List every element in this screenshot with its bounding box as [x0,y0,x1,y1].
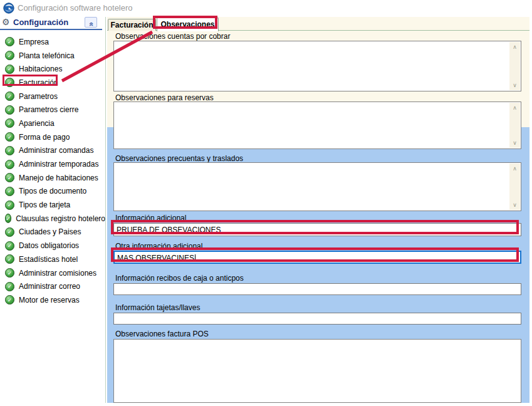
window-title: Configuración software hotelero [18,3,133,13]
textarea-observaciones-factura-pos[interactable] [113,339,521,403]
label-informacion-tarjetas-llaves: Información tajetas/llaves [115,303,200,312]
sidebar-item-apariencia[interactable]: ✓Apariencia [0,117,105,130]
label-otra-informacion-adicional: Otra información adicional [115,242,202,251]
sidebar-item-manejo-de-habitaciones[interactable]: ✓Manejo de habitaciones [0,171,105,185]
scroll-up-icon[interactable]: ∧ [509,43,520,51]
sidebar-header: ⚙ Configuración « [0,17,102,29]
sidebar-item-facturacion[interactable]: ✓Facturación [0,76,105,90]
check-icon: ✓ [5,173,14,182]
sidebar-item-datos-obligatorios[interactable]: ✓Datos obligatorios [0,239,105,252]
label-observaciones-precuentas-y-traslados: Observaciones precuentas y traslados [115,154,243,163]
input-informacion-tarjetas-llaves[interactable] [113,313,521,325]
check-icon: ✓ [5,187,14,196]
label-observaciones-cuentas-por-cobrar: Observaciones cuentas por cobrar [115,32,230,41]
check-icon: ✓ [5,295,14,304]
sidebar-item-planta-telefonica[interactable]: ✓Planta telefónica [0,49,105,63]
scroll-down-icon[interactable]: ∨ [509,200,520,209]
check-icon: ✓ [5,241,14,251]
label-informacion-adicional: Información adicional [115,214,186,222]
sidebar-item-motor-de-reservas[interactable]: ✓Motor de reservas [0,293,105,307]
check-icon: ✓ [5,105,14,115]
scroll-up-icon[interactable]: ∧ [509,164,520,173]
tab-observaciones[interactable]: Observaciones [157,18,219,31]
input-informacion-recibos-de-caja[interactable] [113,283,521,295]
input-informacion-adicional[interactable]: PRUEBA DE OBSEVACIONES [113,223,521,236]
tab-facturacion[interactable]: Facturación [108,19,156,31]
textarea-observaciones-cuentas-por-cobrar[interactable]: ∧ ∨ [113,41,521,91]
sidebar-item-estadisticas-hotel[interactable]: ✓Estadísticas hotel [0,252,105,266]
sidebar-item-administrar-comisiones[interactable]: ✓Administrar comisiones [0,266,105,280]
sidebar-item-habitaciones[interactable]: ✓Habitaciones [0,62,105,76]
sidebar-collapse-button[interactable]: « [85,17,97,28]
check-icon: ✓ [5,214,11,223]
check-icon: ✓ [5,91,14,101]
textarea-observaciones-precuentas-y-traslados[interactable]: ∧ ∨ [113,162,521,211]
check-icon: ✓ [5,78,14,87]
scrollbar[interactable]: ∧ ∨ [509,103,520,148]
app-logo-icon [3,3,14,14]
scroll-down-icon[interactable]: ∨ [509,81,520,90]
check-icon: ✓ [5,160,14,169]
sidebar-title: Configuración [13,18,68,27]
sidebar-item-parametros[interactable]: ✓Parametros [0,90,105,103]
check-icon: ✓ [5,200,14,210]
text-caret [195,254,196,262]
sidebar-item-forma-de-pago[interactable]: ✓Forma de pago [0,130,105,144]
check-icon: ✓ [5,254,14,264]
check-icon: ✓ [5,118,14,128]
scroll-up-icon[interactable]: ∧ [509,103,520,112]
configuration-window: Configuración software hotelero ⚙ Config… [0,0,532,406]
check-icon: ✓ [5,146,14,155]
chevron-double-up-icon: « [86,22,96,26]
check-icon: ✓ [5,37,14,46]
sidebar-item-administrar-correo[interactable]: ✓Administrar correo [0,279,105,293]
scrollbar[interactable]: ∧ ∨ [509,164,520,210]
sidebar-item-tipos-de-tarjeta[interactable]: ✓Tipos de tarjeta [0,198,105,212]
scroll-down-icon[interactable]: ∨ [509,138,520,147]
sidebar-item-parametros-cierre[interactable]: ✓Parametros cierre [0,103,105,117]
check-icon: ✓ [5,227,14,237]
check-icon: ✓ [5,51,14,60]
window-title-bar: Configuración software hotelero [0,0,532,16]
scrollbar[interactable]: ∧ ∨ [509,42,520,90]
sidebar-item-clausulas-registro-hotelero[interactable]: ✓Clausulas registro hotelero [0,212,105,226]
sidebar-item-administrar-temporadas[interactable]: ✓Administrar temporadas [0,157,105,171]
sidebar-item-empresa[interactable]: ✓Empresa [0,35,105,49]
check-icon: ✓ [5,65,14,74]
textarea-observaciones-para-reservas[interactable]: ∧ ∨ [113,102,521,149]
main-panel: Facturación Observaciones Observaciones … [107,17,529,403]
sidebar: ⚙ Configuración « ✓Empresa ✓Planta telef… [0,17,105,406]
sidebar-header-divider [0,29,102,30]
gear-icon: ⚙ [2,17,10,27]
label-informacion-recibos-de-caja: Información recibos de caja o anticpos [115,274,244,283]
check-icon: ✓ [5,132,14,142]
input-otra-informacion-adicional[interactable]: MAS OBSERVACINES [113,251,521,264]
sidebar-item-tipos-de-documento[interactable]: ✓Tipos de documento [0,185,105,199]
sidebar-item-ciudades-y-paises[interactable]: ✓Ciudades y Paises [0,226,105,239]
sidebar-items: ✓Empresa ✓Planta telefónica ✓Habitacione… [0,35,105,307]
sidebar-main-divider [105,17,106,403]
check-icon: ✓ [5,268,14,278]
label-observaciones-factura-pos: Observaciones factura POS [115,330,209,338]
check-icon: ✓ [5,282,14,291]
sidebar-item-administrar-comandas[interactable]: ✓Administrar comandas [0,144,105,158]
label-observaciones-para-reservas: Observaciones para reservas [115,93,214,102]
